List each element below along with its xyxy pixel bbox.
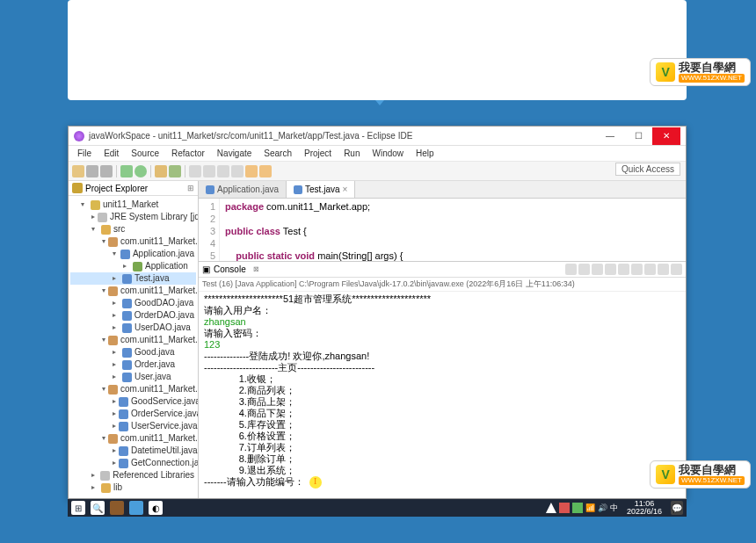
tree-item[interactable]: ▾com.unit11_Market.app bbox=[70, 235, 196, 248]
view-tabs-icon[interactable]: ⊞ bbox=[187, 184, 194, 192]
taskbar-clock[interactable]: 11:06 2022/6/16 bbox=[623, 500, 665, 516]
toolbar-icon[interactable] bbox=[231, 165, 244, 177]
max-icon[interactable] bbox=[671, 264, 682, 275]
app-icon[interactable]: ◐ bbox=[149, 501, 163, 515]
tree-item[interactable]: ▸GetConnection.java bbox=[70, 457, 196, 469]
tree-item[interactable]: ▸User.java bbox=[70, 371, 196, 383]
terminate-icon[interactable] bbox=[565, 264, 577, 275]
tree-item[interactable]: ▸GoodDAO.java bbox=[70, 297, 196, 309]
tree-item[interactable]: ▸OrderDAO.java bbox=[70, 309, 196, 322]
save-icon[interactable] bbox=[86, 165, 98, 177]
toolbar-icon[interactable] bbox=[189, 165, 201, 177]
tray-expand-icon[interactable] bbox=[546, 503, 556, 513]
view-close-icon[interactable]: ⊠ bbox=[253, 265, 259, 273]
tree-item[interactable]: ▸JRE System Library [jdk-17.0.2] bbox=[70, 211, 196, 223]
tab-test[interactable]: Test.java × bbox=[287, 181, 355, 198]
menu-project[interactable]: Project bbox=[299, 148, 337, 159]
tree-item[interactable]: ▾com.unit11_Market.service bbox=[70, 383, 196, 395]
tree-item[interactable]: ▸Application bbox=[70, 260, 196, 272]
windows-taskbar[interactable]: ⊞ 🔍 ◐ 📶 🔊 中 11:06 2022/6/16 💬 bbox=[68, 499, 687, 517]
menu-source[interactable]: Source bbox=[126, 148, 164, 159]
tab-application[interactable]: Application.java bbox=[199, 181, 287, 198]
pin-console-icon[interactable] bbox=[618, 264, 629, 275]
tree-item[interactable]: ▾com.unit11_Market.util bbox=[70, 432, 196, 445]
tray-icon[interactable] bbox=[559, 503, 570, 513]
java-file-icon bbox=[206, 185, 214, 194]
browser-icon[interactable] bbox=[129, 501, 143, 515]
ime-icon[interactable]: 中 bbox=[610, 503, 618, 514]
close-tab-icon[interactable]: × bbox=[343, 185, 348, 194]
toolbar-icon[interactable] bbox=[203, 165, 215, 177]
menu-navigate[interactable]: Navigate bbox=[212, 148, 257, 159]
new-class-icon[interactable] bbox=[169, 165, 181, 177]
tree-item[interactable]: ▾com.unit11_Market.DAO bbox=[70, 285, 196, 297]
titlebar[interactable]: javaWorkSpace - unit11_Market/src/com/un… bbox=[69, 127, 686, 146]
watermark-url: WWW.51ZXW.NET bbox=[679, 74, 745, 83]
open-console-icon[interactable] bbox=[644, 264, 656, 275]
menu-refactor[interactable]: Refactor bbox=[166, 148, 210, 159]
tree-item[interactable]: ▾Application.java bbox=[70, 248, 196, 260]
start-button[interactable]: ⊞ bbox=[71, 501, 85, 515]
console-output[interactable]: *********************51超市管理系统***********… bbox=[199, 292, 686, 498]
project-explorer: Project Explorer ⊞ ▾unit11_Market▸JRE Sy… bbox=[69, 181, 199, 498]
back-icon[interactable] bbox=[245, 165, 258, 177]
maximize-button[interactable] bbox=[624, 127, 652, 145]
notification-icon[interactable]: 💬 bbox=[671, 501, 683, 515]
system-tray[interactable]: 📶 🔊 中 bbox=[546, 503, 618, 514]
remove-launch-icon[interactable] bbox=[578, 264, 590, 275]
menu-search[interactable]: Search bbox=[258, 148, 297, 159]
run-icon[interactable] bbox=[134, 165, 147, 177]
tree-item[interactable]: ▸OrderService.java bbox=[70, 408, 196, 420]
tree-item[interactable]: ▸Test.java bbox=[70, 272, 196, 285]
min-icon[interactable] bbox=[658, 264, 669, 275]
tree-item[interactable]: ▸Order.java bbox=[70, 358, 196, 371]
volume-icon[interactable]: 🔊 bbox=[598, 503, 607, 512]
menubar: File Edit Source Refactor Navigate Searc… bbox=[69, 146, 686, 162]
line-gutter: 12345 bbox=[199, 199, 220, 261]
project-tree[interactable]: ▾unit11_Market▸JRE System Library [jdk-1… bbox=[69, 196, 198, 498]
tree-item[interactable]: ▸Referenced Libraries bbox=[70, 469, 196, 481]
tree-item[interactable]: ▸Good.java bbox=[70, 346, 196, 358]
new-icon[interactable] bbox=[72, 165, 84, 177]
close-button[interactable] bbox=[652, 127, 680, 145]
text-cursor-icon bbox=[309, 476, 322, 489]
eclipse-icon bbox=[74, 131, 84, 141]
tree-item[interactable]: ▸lib bbox=[70, 481, 196, 494]
display-selected-icon[interactable] bbox=[631, 264, 643, 275]
scroll-lock-icon[interactable] bbox=[605, 264, 616, 275]
remove-all-icon[interactable] bbox=[592, 264, 603, 275]
watermark-icon: V bbox=[656, 62, 675, 82]
quick-access[interactable]: Quick Access bbox=[615, 163, 680, 176]
console-title: Console bbox=[214, 264, 246, 274]
forward-icon[interactable] bbox=[259, 165, 272, 177]
tray-icon[interactable] bbox=[572, 503, 583, 513]
search-icon[interactable]: 🔍 bbox=[91, 501, 105, 515]
tree-item[interactable]: ▸UserService.java bbox=[70, 420, 196, 432]
tree-item[interactable]: ▾unit11_Market bbox=[70, 199, 196, 211]
console-icon: ▣ bbox=[202, 264, 210, 274]
task-app-icon[interactable] bbox=[110, 501, 124, 515]
tree-item[interactable]: ▾src bbox=[70, 223, 196, 235]
watermark-badge: V 我要自學網 WWW.51ZXW.NET bbox=[650, 460, 751, 489]
watermark-badge: V 我要自學網 WWW.51ZXW.NET bbox=[650, 58, 751, 86]
tree-item[interactable]: ▾com.unit11_Market.pojo bbox=[70, 334, 196, 346]
save-all-icon[interactable] bbox=[100, 165, 113, 177]
toolbar-icon[interactable] bbox=[217, 165, 229, 177]
minimize-button[interactable] bbox=[596, 127, 624, 145]
explorer-title: Project Explorer bbox=[85, 184, 148, 193]
tree-item[interactable]: ▸DatetimeUtil.java bbox=[70, 445, 196, 457]
menu-run[interactable]: Run bbox=[338, 148, 365, 159]
code-body[interactable]: package com.unit11_Market.app; public cl… bbox=[220, 199, 686, 261]
menu-file[interactable]: File bbox=[72, 148, 97, 159]
menu-window[interactable]: Window bbox=[367, 148, 409, 159]
wifi-icon[interactable]: 📶 bbox=[585, 503, 595, 512]
menu-edit[interactable]: Edit bbox=[98, 148, 124, 159]
watermark-icon: V bbox=[656, 465, 675, 484]
debug-icon[interactable] bbox=[120, 165, 133, 177]
menu-help[interactable]: Help bbox=[411, 148, 440, 159]
new-package-icon[interactable] bbox=[155, 165, 167, 177]
code-editor[interactable]: 12345 package com.unit11_Market.app; pub… bbox=[199, 199, 686, 262]
console-run-info: Test (16) [Java Application] C:\Program … bbox=[199, 278, 686, 292]
tree-item[interactable]: ▸UserDAO.java bbox=[70, 322, 196, 334]
tree-item[interactable]: ▸GoodService.java bbox=[70, 395, 196, 408]
